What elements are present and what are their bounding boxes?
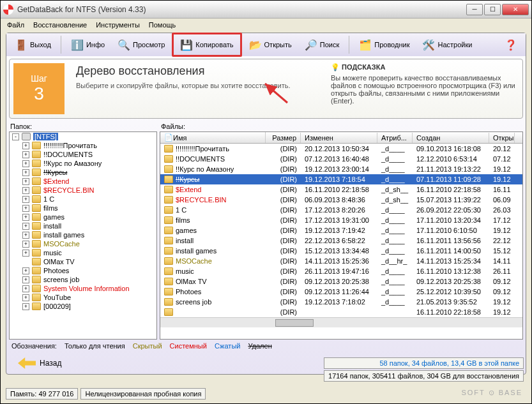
- back-button[interactable]: Назад: [11, 355, 68, 371]
- file-row[interactable]: install(DIR)22.12.2013 6:58:22_d____16.1…: [160, 236, 522, 246]
- file-row[interactable]: OlMax TV(DIR)09.12.2013 20:25:38_d____09…: [160, 276, 522, 287]
- file-row[interactable]: !!DOCUMENTS(DIR)07.12.2013 16:40:48_d___…: [160, 154, 522, 164]
- expand-icon[interactable]: +: [22, 151, 29, 158]
- expand-icon[interactable]: +: [22, 223, 29, 230]
- expand-icon[interactable]: +: [22, 196, 29, 203]
- tree-item[interactable]: +install games: [10, 230, 156, 239]
- tree-item-label: !!DOCUMENTS: [43, 151, 93, 158]
- expand-icon[interactable]: +: [22, 303, 29, 310]
- exit-button[interactable]: 🚪Выход: [9, 35, 57, 54]
- file-row[interactable]: $Extend(DIR)16.11.2010 22:18:58_d_sh__16…: [160, 184, 522, 195]
- legend: Обозначения: Только для чтения Скрытый С…: [6, 340, 526, 352]
- menu-file[interactable]: Файл: [7, 21, 24, 29]
- explorer-icon: 🗂️: [359, 38, 372, 51]
- memory-status: Память: 49 277 016: [6, 388, 78, 400]
- col-attr[interactable]: Атриб...: [377, 133, 413, 143]
- expand-icon[interactable]: +: [22, 285, 29, 292]
- tree-item[interactable]: +films: [10, 204, 156, 213]
- file-row[interactable]: screens job(DIR)19.12.2013 7:18:02_d____…: [160, 297, 522, 307]
- col-modified[interactable]: Изменен: [301, 133, 377, 143]
- file-row[interactable]: $RECYCLE.BIN(DIR)06.09.2013 8:48:36_d_sh…: [160, 195, 522, 205]
- expand-icon[interactable]: -: [12, 133, 19, 140]
- folder-icon: [32, 285, 41, 292]
- legend-compressed: Сжатый: [215, 342, 241, 350]
- file-row[interactable]: !!Курс по Амазону(DIR)19.12.2013 23:00:1…: [160, 164, 522, 174]
- expand-icon[interactable]: +: [22, 250, 29, 257]
- expand-icon[interactable]: +: [22, 205, 29, 212]
- menu-recovery[interactable]: Восстановление: [33, 21, 87, 29]
- expand-icon[interactable]: +: [22, 241, 29, 248]
- folder-icon: [164, 196, 173, 204]
- open-button[interactable]: 📂Открыть: [243, 35, 298, 54]
- tree-item-label: music: [43, 249, 62, 257]
- tree-item[interactable]: +1 C: [10, 195, 156, 204]
- exit-icon: 🚪: [15, 38, 27, 51]
- tree-item[interactable]: +[000209]: [10, 302, 156, 311]
- file-row[interactable]: MSOCache(DIR)14.11.2013 15:25:36_d__hr_1…: [160, 256, 522, 266]
- tree-item[interactable]: +!!Курс по Амазону: [10, 159, 156, 168]
- tree-item[interactable]: OlMax TV: [10, 257, 156, 266]
- expand-icon[interactable]: +: [22, 178, 29, 185]
- menu-help[interactable]: Помощь: [149, 21, 176, 29]
- expand-icon[interactable]: +: [22, 160, 29, 167]
- tree-item[interactable]: +!!!!!!!!!!Прочитать: [10, 141, 156, 150]
- minimize-button[interactable]: ─: [466, 4, 483, 15]
- col-created[interactable]: Создан: [413, 133, 489, 143]
- tree-item[interactable]: +MSOCache: [10, 239, 156, 248]
- expand-icon[interactable]: +: [22, 294, 29, 301]
- folder-icon: [32, 177, 41, 185]
- tree-item[interactable]: -[NTFS]: [10, 132, 156, 141]
- menu-tools[interactable]: Инструменты: [96, 21, 140, 29]
- col-size[interactable]: Размер: [266, 133, 301, 143]
- search-button[interactable]: 🔎Поиск: [299, 35, 345, 54]
- disk-icon: [22, 133, 31, 140]
- expand-icon[interactable]: +: [22, 169, 29, 176]
- tree-item[interactable]: +!!DOCUMENTS: [10, 150, 156, 159]
- tree-item[interactable]: +System Volume Information: [10, 284, 156, 293]
- tree-item-label: MSOCache: [43, 240, 80, 248]
- file-row[interactable]: games(DIR)19.12.2013 7:19:42_d____17.11.…: [160, 225, 522, 236]
- tree-item[interactable]: +install: [10, 221, 156, 230]
- expand-icon[interactable]: +: [22, 232, 29, 239]
- maximize-button[interactable]: ☐: [484, 4, 501, 15]
- file-list[interactable]: 📄 Имя Размер Изменен Атриб... Создан Отк…: [160, 131, 523, 340]
- expand-icon[interactable]: +: [22, 187, 29, 194]
- settings-button[interactable]: 🛠️Настройки: [416, 35, 478, 54]
- col-opened[interactable]: Откры: [489, 133, 515, 143]
- file-row[interactable]: films(DIR)17.12.2013 19:31:00_d____17.11…: [160, 215, 522, 225]
- tree-item[interactable]: +Photoes: [10, 266, 156, 275]
- view-button[interactable]: 🔍Просмотр: [112, 35, 171, 54]
- tree-item[interactable]: +$RECYCLE.BIN: [10, 186, 156, 195]
- tree-item[interactable]: +$Extend: [10, 177, 156, 186]
- file-list-header: 📄 Имя Размер Изменен Атриб... Создан Отк…: [160, 132, 522, 144]
- copy-button[interactable]: 💾Копировать: [174, 35, 239, 54]
- tree-item[interactable]: +screens job: [10, 275, 156, 284]
- tree-item[interactable]: +YouTube: [10, 293, 156, 302]
- file-row[interactable]: install games(DIR)15.12.2013 13:34:48_d_…: [160, 246, 522, 256]
- file-row[interactable]: !!Курсы(DIR)19.12.2013 7:18:54_d____07.1…: [160, 174, 522, 184]
- search-icon: 🔎: [305, 38, 317, 51]
- file-row[interactable]: !!!!!!!!!!Прочитать(DIR)20.12.2013 10:50…: [160, 144, 522, 154]
- help-button[interactable]: ❓: [499, 35, 523, 54]
- close-button[interactable]: ✕: [502, 4, 529, 15]
- file-row[interactable]: Photoes(DIR)09.12.2013 11:26:44_d____25.…: [160, 287, 522, 297]
- file-row[interactable]: music(DIR)26.11.2013 19:47:16_d____16.11…: [160, 266, 522, 276]
- expand-icon[interactable]: +: [22, 142, 29, 149]
- menubar: Файл Восстановление Инструменты Помощь: [3, 19, 529, 31]
- tree-item[interactable]: +games: [10, 213, 156, 221]
- tree-item[interactable]: +music: [10, 248, 156, 257]
- tree-item-label: System Volume Information: [43, 285, 130, 292]
- expand-icon[interactable]: +: [22, 276, 29, 283]
- folder-tree[interactable]: -[NTFS]+!!!!!!!!!!Прочитать+!!DOCUMENTS+…: [9, 131, 157, 340]
- col-name[interactable]: 📄 Имя: [160, 132, 266, 143]
- file-row[interactable]: (DIR)16.11.2010 22:18:5819.12: [160, 307, 522, 317]
- file-row[interactable]: 1 C(DIR)17.12.2013 8:20:26_d____26.09.20…: [160, 205, 522, 215]
- expand-icon[interactable]: +: [22, 214, 29, 221]
- folder-icon: [32, 240, 41, 248]
- horizontal-scrollbar[interactable]: [160, 317, 522, 327]
- info-button[interactable]: ℹ️Инфо: [65, 35, 110, 54]
- expand-icon[interactable]: +: [22, 267, 29, 274]
- tree-item[interactable]: +!!Курсы: [10, 168, 156, 177]
- explorer-button[interactable]: 🗂️Проводник: [353, 35, 415, 54]
- folder-icon: [164, 227, 173, 234]
